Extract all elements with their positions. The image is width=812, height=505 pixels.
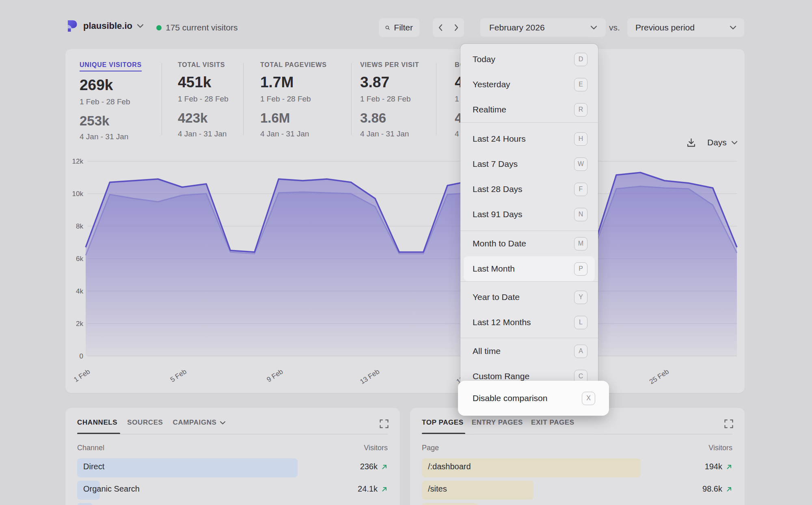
shortcut-key: M <box>574 237 587 250</box>
svg-text:10k: 10k <box>72 190 84 198</box>
menu-item-label: Last Month <box>473 264 515 274</box>
trend-up-icon <box>381 464 388 470</box>
filter-button[interactable]: Filter <box>379 18 419 37</box>
menu-item-label: Last 91 Days <box>473 209 523 219</box>
chevron-down-icon <box>732 141 737 145</box>
trend-up-icon <box>381 486 388 492</box>
stat-value: 451k <box>178 74 229 91</box>
menu-item-last-24-hours[interactable]: Last 24 Hours H <box>460 126 598 151</box>
menu-item-last-7-days[interactable]: Last 7 Days W <box>460 151 598 177</box>
svg-text:0: 0 <box>80 352 83 360</box>
disable-comparison-popup[interactable]: Disable comparison X <box>458 381 609 416</box>
shortcut-key: A <box>574 345 587 358</box>
shortcut-key: P <box>574 262 587 276</box>
menu-item-last-91-days[interactable]: Last 91 Days N <box>460 202 598 227</box>
tab-exit-pages[interactable]: EXIT PAGES <box>531 419 574 427</box>
current-visitors[interactable]: 175 current visitors <box>156 23 238 32</box>
menu-item-yesterday[interactable]: Yesterday E <box>460 72 598 97</box>
svg-text:4k: 4k <box>76 287 83 295</box>
stat-total-visits[interactable]: TOTAL VISITS 451k 1 Feb - 28 Feb 423k 4 … <box>178 61 229 138</box>
prev-period-button[interactable] <box>433 18 448 37</box>
expand-icon[interactable] <box>724 419 733 428</box>
stat-views-per-visit[interactable]: VIEWS PER VISIT 3.87 1 Feb - 28 Feb 3.86… <box>360 61 419 138</box>
menu-item-last-28-days[interactable]: Last 28 Days F <box>460 177 598 202</box>
tab-campaigns[interactable]: CAMPAIGNS <box>173 419 225 427</box>
menu-item-month-to-date[interactable]: Month to Date M <box>460 231 598 256</box>
svg-text:5 Feb: 5 Feb <box>169 367 188 384</box>
list-item[interactable] <box>422 501 732 505</box>
svg-text:12k: 12k <box>72 158 84 165</box>
stat-divider <box>162 63 162 135</box>
stat-unique-visitors[interactable]: UNIQUE VISITORS 269k 1 Feb - 28 Feb 253k… <box>80 61 142 141</box>
stat-label: UNIQUE VISITORS <box>80 61 142 71</box>
period-nav <box>433 18 464 37</box>
channels-card: CHANNELS SOURCES CAMPAIGNS Channel Visit… <box>65 408 400 505</box>
svg-text:13 Feb: 13 Feb <box>358 367 381 386</box>
list-item[interactable]: Direct 236k <box>77 457 388 479</box>
stat-range: 1 Feb - 28 Feb <box>260 95 327 104</box>
menu-item-year-to-date[interactable]: Year to Date Y <box>460 285 598 310</box>
pages-card: TOP PAGES ENTRY PAGES EXIT PAGES Page Vi… <box>410 408 745 505</box>
svg-text:1 Feb: 1 Feb <box>72 367 91 384</box>
date-range-button[interactable]: February 2026 <box>480 18 606 37</box>
row-label: /:dashboard <box>428 462 471 471</box>
svg-text:8k: 8k <box>76 222 83 230</box>
row-label: Direct <box>83 462 104 471</box>
menu-item-label: Today <box>473 54 495 64</box>
menu-item-label: Custom Range <box>473 371 529 381</box>
value-header: Visitors <box>708 444 732 452</box>
next-period-button[interactable] <box>449 18 464 37</box>
table-header: Channel Visitors <box>77 444 388 452</box>
value-bar <box>422 503 478 505</box>
menu-group: Year to Date Y Last 12 Months L <box>460 282 598 338</box>
expand-icon[interactable] <box>380 419 389 428</box>
tab-channels[interactable]: CHANNELS <box>77 419 117 427</box>
comparison-mode-button[interactable]: Previous period <box>627 18 744 37</box>
stat-total-pageviews[interactable]: TOTAL PAGEVIEWS 1.7M 1 Feb - 28 Feb 1.6M… <box>260 61 327 138</box>
list-item[interactable]: Organic Search 24.1k <box>77 479 388 501</box>
shortcut-key: D <box>574 53 587 66</box>
channels-tabs: CHANNELS SOURCES CAMPAIGNS <box>77 419 225 427</box>
list-item[interactable] <box>77 501 388 505</box>
tab-sources[interactable]: SOURCES <box>127 419 163 427</box>
row-value: 194k <box>705 462 722 471</box>
stat-divider <box>243 63 244 135</box>
menu-item-label: Last 7 Days <box>473 159 518 169</box>
interval-selector[interactable]: Days <box>707 138 737 147</box>
stat-prev-value: 3.86 <box>360 110 419 126</box>
current-visitors-label: 175 current visitors <box>166 23 238 32</box>
shortcut-key: E <box>574 78 587 91</box>
tab-entry-pages[interactable]: ENTRY PAGES <box>472 419 523 427</box>
download-icon[interactable] <box>687 138 696 147</box>
chevron-right-icon <box>454 24 458 31</box>
trend-up-icon <box>726 464 732 470</box>
menu-item-all-time[interactable]: All time A <box>460 339 598 364</box>
tab-label: EXIT PAGES <box>531 419 574 427</box>
stat-range: 1 Feb - 28 Feb <box>178 95 229 104</box>
stat-label: TOTAL PAGEVIEWS <box>260 61 327 69</box>
menu-item-label: Realtime <box>473 105 506 114</box>
shortcut-key: H <box>574 132 587 146</box>
stat-range: 1 Feb - 28 Feb <box>360 95 419 104</box>
tab-label: CHANNELS <box>77 419 117 427</box>
site-switcher[interactable]: plausible.io <box>66 19 143 32</box>
menu-item-today[interactable]: Today D <box>460 47 598 72</box>
tab-top-pages[interactable]: TOP PAGES <box>422 419 464 427</box>
menu-item-last-12-months[interactable]: Last 12 Months L <box>460 310 598 335</box>
menu-item-label: Month to Date <box>473 239 526 248</box>
date-range-menu: Today D Yesterday E Realtime R Last 24 H… <box>460 44 598 408</box>
menu-item-realtime[interactable]: Realtime R <box>460 97 598 122</box>
chevron-down-icon <box>730 26 736 30</box>
tab-label: CAMPAIGNS <box>173 419 217 427</box>
menu-item-last-month[interactable]: Last Month P <box>464 256 595 281</box>
svg-text:25 Feb: 25 Feb <box>648 367 670 386</box>
list-item[interactable]: /sites 98.6k <box>422 479 732 501</box>
menu-group: Month to Date M Last Month P <box>460 231 598 281</box>
comparison-mode-label: Previous period <box>635 23 695 32</box>
trend-up-icon <box>726 486 732 492</box>
list-item[interactable]: /:dashboard 194k <box>422 457 732 479</box>
row-label: /sites <box>428 484 447 494</box>
value-bar <box>77 458 298 477</box>
stat-prev-range: 4 Jan - 31 Jan <box>260 129 327 138</box>
channels-list: Direct 236k Organic Search 24.1k <box>77 457 388 505</box>
